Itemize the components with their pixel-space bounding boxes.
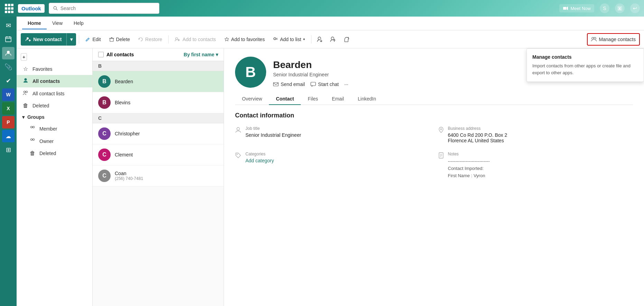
left-nav-excel[interactable]: X — [2, 102, 15, 115]
search-icon — [53, 6, 58, 11]
left-nav-word[interactable]: W — [2, 88, 15, 101]
contact-row-clement[interactable]: C Clement — [93, 144, 224, 165]
left-nav-apps[interactable]: ⊞ — [2, 144, 15, 156]
skype-icon[interactable]: S — [600, 3, 609, 13]
info-notes: Notes ---------------------------- Conta… — [438, 152, 633, 179]
sidebar-groups-header[interactable]: ▾ Groups — [17, 112, 92, 123]
manage-contacts-label: Manage contacts — [599, 37, 636, 42]
svg-rect-41 — [273, 83, 278, 86]
svg-point-38 — [33, 126, 35, 128]
contact-actions: Send email Start chat ··· — [273, 82, 348, 87]
contact-row-bearden[interactable]: B Bearden — [93, 71, 224, 92]
left-nav-notes[interactable]: 📎 — [2, 61, 15, 73]
trash-icon: 🗑 — [22, 103, 29, 109]
contact-name-bearden: Bearden — [115, 79, 133, 84]
start-chat-button[interactable]: Start chat — [310, 82, 339, 87]
select-all-checkbox[interactable] — [98, 52, 104, 57]
svg-point-0 — [54, 7, 56, 9]
sidebar-item-deleted[interactable]: 🗑 Deleted — [17, 100, 92, 112]
avatar-bearden: B — [98, 75, 111, 88]
left-nav-calendar[interactable] — [2, 33, 15, 46]
send-email-button[interactable]: Send email — [273, 82, 305, 87]
svg-text:X: X — [618, 7, 621, 11]
tab-files[interactable]: Files — [301, 93, 325, 105]
sidebar-expand-button[interactable]: + — [21, 53, 27, 61]
contact-row-blevins[interactable]: B Blevins — [93, 92, 224, 113]
nav-tabs: Home View Help — [17, 17, 644, 30]
svg-point-32 — [592, 37, 594, 39]
avatar-christopher: C — [98, 127, 111, 140]
tab-view[interactable]: View — [47, 18, 68, 29]
contact-row-coan[interactable]: C Coan (256) 740-7481 — [93, 165, 224, 187]
new-contact-dropdown[interactable]: ▾ — [66, 33, 76, 46]
more-actions-button[interactable]: ··· — [344, 82, 348, 87]
add-to-contacts-button[interactable]: Add to contacts — [171, 33, 220, 46]
contact-row-christopher[interactable]: C Christopher — [93, 123, 224, 144]
meet-now-button[interactable]: Meet Now — [559, 4, 594, 12]
contact-list-inner: B B Bearden B Blevins C — [93, 61, 224, 306]
edit-button[interactable]: Edit — [82, 33, 104, 46]
new-contact-button[interactable]: New contact ▾ — [21, 33, 76, 46]
left-nav-tasks[interactable]: ✔ — [2, 75, 15, 87]
left-nav-powerpoint[interactable]: P — [2, 116, 15, 128]
tab-help[interactable]: Help — [68, 18, 89, 29]
tab-home[interactable]: Home — [22, 18, 47, 29]
star-icon — [224, 37, 229, 42]
sidebar-item-all-contact-lists[interactable]: All contact lists — [17, 87, 92, 100]
tab-overview[interactable]: Overview — [235, 93, 269, 105]
import-button[interactable] — [314, 33, 326, 46]
sort-label: By first name — [184, 52, 214, 57]
excel-icon[interactable]: X — [615, 3, 625, 13]
svg-marker-3 — [567, 7, 568, 10]
manage-contacts-button[interactable]: Manage contacts — [587, 33, 640, 46]
video-icon — [563, 6, 568, 11]
left-nav: ✉ 📎 ✔ W X P ☁ ⊞ — [0, 17, 17, 306]
sidebar-item-favorites[interactable]: ☆ Favorites — [17, 63, 92, 75]
contact-info-blevins: Blevins — [115, 100, 130, 105]
sidebar-label-all-contact-lists: All contact lists — [32, 91, 65, 96]
search-input[interactable] — [60, 6, 155, 11]
add-category-button[interactable]: Add category — [245, 158, 274, 163]
sidebar-item-groups-deleted[interactable]: 🗑 Deleted — [17, 147, 92, 159]
contact-name-coan: Coan — [115, 171, 143, 176]
sidebar-item-all-contacts[interactable]: All contacts — [17, 75, 92, 87]
location-icon — [438, 127, 444, 143]
job-title-content: Job title Senior Industrial Engineer — [245, 126, 301, 143]
tab-linkedin[interactable]: LinkedIn — [351, 93, 383, 105]
add-to-list-button[interactable]: Add to list ▾ — [270, 33, 308, 46]
search-bar[interactable] — [49, 3, 159, 14]
svg-point-25 — [318, 37, 321, 40]
contact-lists-icon — [22, 90, 29, 97]
reply-icon[interactable]: ↩ — [630, 3, 640, 13]
restore-button[interactable]: Restore — [135, 33, 166, 46]
sidebar-label-all-contacts: All contacts — [32, 78, 60, 84]
left-nav-contacts[interactable] — [2, 47, 15, 59]
delete-button[interactable]: Delete — [106, 33, 133, 46]
info-grid: Job title Senior Industrial Engineer — [235, 126, 633, 179]
chevron-down-icon: ▾ — [22, 114, 25, 120]
tab-contact[interactable]: Contact — [269, 93, 301, 105]
add-contacts-icon — [175, 37, 180, 42]
manage-contacts-dropdown: Manage contacts Import contacts from oth… — [526, 48, 644, 82]
sort-chevron-icon: ▾ — [216, 52, 218, 57]
sidebar-label-deleted: Deleted — [32, 103, 49, 108]
add-to-favorites-label: Add to favorites — [231, 37, 265, 42]
add-to-favorites-button[interactable]: Add to favorites — [221, 33, 268, 46]
address-label: Business address — [448, 126, 507, 131]
person-import-icon — [317, 36, 323, 42]
left-nav-onedrive[interactable]: ☁ — [2, 130, 15, 142]
export-button[interactable] — [327, 33, 339, 46]
left-nav-mail[interactable]: ✉ — [2, 19, 15, 32]
sidebar-item-member[interactable]: Member — [17, 123, 92, 135]
all-contacts-text: All contacts — [106, 52, 134, 57]
new-contact-main[interactable]: New contact — [21, 33, 66, 46]
dropdown-title: Manage contacts — [532, 54, 638, 60]
tab-email[interactable]: Email — [325, 93, 351, 105]
sort-button[interactable]: By first name ▾ — [184, 52, 218, 57]
svg-point-27 — [331, 37, 334, 40]
sidebar-item-owner[interactable]: Owner — [17, 135, 92, 147]
apps-grid-icon[interactable] — [4, 3, 14, 13]
owner-icon — [29, 138, 36, 145]
star-icon: ☆ — [22, 66, 29, 72]
share-button[interactable] — [340, 33, 352, 46]
